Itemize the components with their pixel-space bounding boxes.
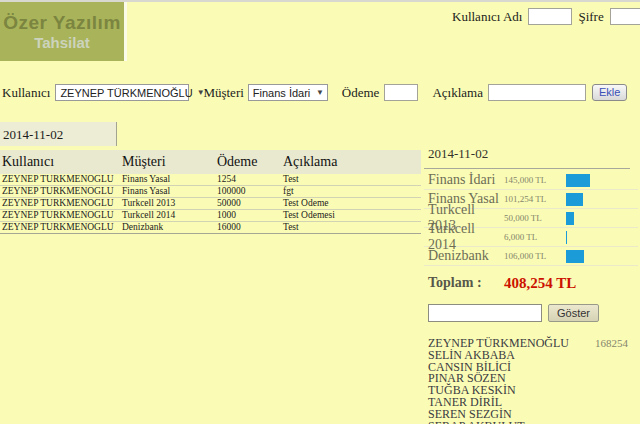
username-input[interactable]	[528, 8, 572, 25]
date-tab[interactable]: 2014-11-02	[0, 122, 117, 146]
summary-amount: 101,254 TL	[504, 194, 566, 204]
summary-bar	[566, 174, 590, 187]
filter-input[interactable]	[428, 304, 542, 322]
show-button[interactable]: Göster	[548, 304, 599, 322]
table-cell: Test	[281, 174, 421, 186]
summary-label: Finans İdari	[424, 172, 504, 188]
table-cell: Test Ödemesi	[281, 210, 421, 222]
user-amount: 168254	[595, 337, 628, 349]
table-cell: Denizbank	[120, 222, 215, 234]
user-row[interactable]: ZEYNEP TÜRKMENOĞLU168254	[428, 336, 638, 348]
table-cell: 1000	[215, 210, 281, 222]
app-subtitle: Tahsilat	[0, 34, 124, 51]
table-row[interactable]: ZEYNEP TÜRKMENOĞLUDenizbank16000Test	[0, 222, 421, 234]
password-input[interactable]	[610, 8, 640, 25]
table-cell: Finans Yasal	[120, 186, 215, 198]
table-row[interactable]: ZEYNEP TÜRKMENOĞLUFinans Yasal1254Test	[0, 174, 421, 186]
user-row[interactable]: PINAR SÖZEN	[428, 371, 638, 383]
summary-amount: 50,000 TL	[504, 213, 566, 223]
table-row[interactable]: ZEYNEP TÜRKMENOĞLUTurkcell 201350000Test…	[0, 198, 421, 210]
user-row[interactable]: SEREN SEZGİN	[428, 407, 638, 419]
table-cell: 100000	[215, 186, 281, 198]
user-row[interactable]: TUĞBA KESKİN	[428, 383, 638, 395]
table-cell: ZEYNEP TÜRKMENOĞLU	[0, 186, 120, 198]
table-cell: ZEYNEP TÜRKMENOĞLU	[0, 174, 120, 186]
column-header: Müşteri	[120, 150, 215, 174]
summary-bar	[566, 231, 567, 244]
table-cell: Finans Yasal	[120, 174, 215, 186]
filter-row: Göster	[424, 304, 638, 322]
summary-bar	[566, 250, 584, 263]
user-name: SERAP AKBULUT	[428, 419, 595, 424]
user-row[interactable]: SERAP AKBULUT	[428, 419, 638, 424]
summary-amount: 6,000 TL	[504, 232, 566, 242]
summary-row: Finans İdari145,000 TL	[424, 171, 638, 190]
payment-input[interactable]	[384, 84, 418, 101]
table-cell: Test Ödeme	[281, 198, 421, 210]
table-cell: 16000	[215, 222, 281, 234]
column-header: Ödeme	[215, 150, 281, 174]
summary-rows: Finans İdari145,000 TLFinans Yasal101,25…	[424, 171, 638, 266]
user-select[interactable]: ZEYNEP TÜRKMENOĞLU ▼	[55, 84, 189, 101]
summary-label: Denizbank	[424, 248, 504, 264]
user-row[interactable]: CANSIN BİLİCİ	[428, 360, 638, 372]
chevron-down-icon: ▼	[316, 88, 324, 97]
summary-row: Turkcell 20146,000 TL	[424, 228, 638, 247]
app-logo: Özer Yazılım Tahsilat	[0, 2, 127, 61]
column-header: Açıklama	[281, 150, 421, 174]
table-cell: ZEYNEP TÜRKMENOĞLU	[0, 210, 120, 222]
customer-select[interactable]: Finans İdari ▼	[248, 84, 328, 101]
total-row: Toplam : 408,254 TL	[424, 272, 638, 294]
user-select-value: ZEYNEP TÜRKMENOĞLU	[60, 87, 192, 99]
table-cell: ZEYNEP TÜRKMENOĞLU	[0, 198, 120, 210]
add-button[interactable]: Ekle	[592, 84, 627, 101]
summary-bar	[566, 212, 574, 225]
table-cell: fgt	[281, 186, 421, 198]
table-row[interactable]: ZEYNEP TÜRKMENOĞLUFinans Yasal100000fgt	[0, 186, 421, 198]
users-list: ZEYNEP TÜRKMENOĞLU168254SELİN AKBABACANS…	[424, 336, 638, 424]
user-row[interactable]: SELİN AKBABA	[428, 348, 638, 360]
column-header: Kullanıcı	[0, 150, 120, 174]
summary-panel: 2014-11-02 Finans İdari145,000 TLFinans …	[424, 144, 638, 424]
table-cell: 50000	[215, 198, 281, 210]
payment-label: Ödeme	[342, 85, 380, 101]
table-cell: Test	[281, 222, 421, 234]
summary-row: Denizbank106,000 TL	[424, 247, 638, 266]
table-cell: Turkcell 2013	[120, 198, 215, 210]
description-input[interactable]	[488, 84, 586, 101]
total-label: Toplam :	[424, 275, 504, 291]
table-cell: 1254	[215, 174, 281, 186]
login-bar: Kullanıcı Adı Şifre Giriş	[452, 8, 640, 25]
username-label: Kullanıcı Adı	[452, 9, 522, 25]
table-cell: Turkcell 2014	[120, 210, 215, 222]
customer-select-value: Finans İdari	[253, 87, 310, 99]
table-row[interactable]: ZEYNEP TÜRKMENOĞLUTurkcell 20141000Test …	[0, 210, 421, 222]
summary-bar	[566, 193, 583, 206]
description-label: Açıklama	[432, 85, 483, 101]
table-header-row: KullanıcıMüşteriÖdemeAçıklama	[0, 150, 421, 174]
summary-amount: 145,000 TL	[504, 175, 566, 185]
payments-table: KullanıcıMüşteriÖdemeAçıklama ZEYNEP TÜR…	[0, 150, 421, 234]
password-label: Şifre	[578, 9, 603, 25]
entry-form: Kullanıcı ZEYNEP TÜRKMENOĞLU ▼ Müşteri F…	[2, 84, 627, 101]
summary-date-title: 2014-11-02	[424, 144, 630, 169]
total-value: 408,254 TL	[504, 275, 576, 292]
customer-select-label: Müşteri	[203, 85, 243, 101]
user-select-label: Kullanıcı	[2, 85, 50, 101]
app-title: Özer Yazılım	[0, 12, 124, 34]
user-row[interactable]: TANER DİRİL	[428, 395, 638, 407]
table-cell: ZEYNEP TÜRKMENOĞLU	[0, 222, 120, 234]
summary-amount: 106,000 TL	[504, 251, 566, 261]
